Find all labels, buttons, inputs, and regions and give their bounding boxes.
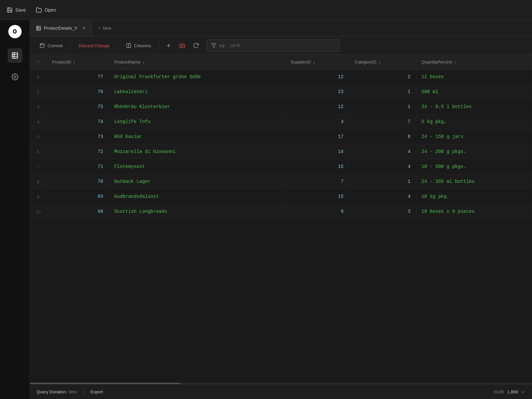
- cell-categoryid[interactable]: 1: [349, 99, 416, 114]
- cell-quantityperunit[interactable]: 24 - 355 ml bottles: [416, 174, 532, 189]
- query-duration-label: Query Duration:: [37, 389, 67, 394]
- cell-categoryid[interactable]: 1: [349, 84, 416, 99]
- tab-product-details[interactable]: ProductDetails_V ×: [30, 20, 92, 36]
- cell-supplierid[interactable]: 14: [285, 144, 349, 159]
- sum-label: SUM:: [494, 389, 505, 394]
- cell-supplierid[interactable]: 12: [285, 99, 349, 114]
- discard-button[interactable]: Discard Change: [74, 41, 114, 51]
- table-container[interactable]: # ProductID ↓ ProductName ↓: [30, 55, 532, 382]
- table-row[interactable]: 1 77 Original Frankfurter grüne Soße 12 …: [30, 69, 532, 84]
- save-button[interactable]: Save: [7, 7, 26, 13]
- export-button[interactable]: Export: [90, 389, 103, 394]
- col-header-productid[interactable]: ProductID ↓: [47, 55, 109, 69]
- cell-productid[interactable]: 73: [47, 129, 109, 144]
- sum-chevron-icon[interactable]: [521, 390, 525, 394]
- cell-productname[interactable]: Gudbrandsdalsost: [109, 189, 285, 204]
- cell-productname[interactable]: Outback Lager: [109, 174, 285, 189]
- filter-input[interactable]: [219, 43, 335, 48]
- cell-rownum: 3: [30, 99, 47, 114]
- horizontal-scrollbar[interactable]: [30, 382, 532, 384]
- cell-productid[interactable]: 74: [47, 114, 109, 129]
- content-area: ProductDetails_V × + New Commit Discard …: [30, 20, 532, 399]
- cell-supplierid[interactable]: 15: [285, 159, 349, 174]
- cell-quantityperunit[interactable]: 24 - 0.5 l bottles: [416, 99, 532, 114]
- cell-categoryid[interactable]: 4: [349, 144, 416, 159]
- table-row[interactable]: 8 70 Outback Lager 7 1 24 - 355 ml bottl…: [30, 174, 532, 189]
- cell-productname[interactable]: Longlife Tofu: [109, 114, 285, 129]
- table-row[interactable]: 2 76 Lakkalikööri 23 1 500 ml: [30, 84, 532, 99]
- cell-supplierid[interactable]: 12: [285, 69, 349, 84]
- filter-area[interactable]: [207, 40, 340, 52]
- open-button[interactable]: Open: [36, 7, 56, 13]
- cell-productname[interactable]: Scottish Longbreads: [109, 204, 285, 219]
- cell-quantityperunit[interactable]: 5 kg pkg.: [416, 114, 532, 129]
- cell-supplierid[interactable]: 15: [285, 189, 349, 204]
- cell-categoryid[interactable]: 7: [349, 114, 416, 129]
- col-header-categoryid[interactable]: CategoryID ↓: [349, 55, 416, 69]
- table-header: # ProductID ↓ ProductName ↓: [30, 55, 532, 69]
- svg-rect-0: [12, 53, 18, 59]
- bottom-left: Query Duration: 0ms Export: [37, 389, 103, 395]
- cell-productname[interactable]: Flotemysost: [109, 159, 285, 174]
- cell-quantityperunit[interactable]: 500 ml: [416, 84, 532, 99]
- cell-productid[interactable]: 68: [47, 204, 109, 219]
- tab-close-button[interactable]: ×: [82, 26, 85, 31]
- table-row[interactable]: 3 75 Rhönbräu Klosterbier 12 1 24 - 0.5 …: [30, 99, 532, 114]
- cell-productid[interactable]: 72: [47, 144, 109, 159]
- refresh-button[interactable]: [190, 40, 202, 52]
- top-bar: Save Open: [0, 0, 532, 20]
- cell-supplierid[interactable]: 17: [285, 129, 349, 144]
- scroll-thumb[interactable]: [30, 383, 181, 384]
- cell-productid[interactable]: 70: [47, 174, 109, 189]
- cell-productid[interactable]: 69: [47, 189, 109, 204]
- col-header-productname[interactable]: ProductName ↓: [109, 55, 285, 69]
- cell-categoryid[interactable]: 3: [349, 204, 416, 219]
- delete-row-button[interactable]: [176, 40, 188, 52]
- cell-productid[interactable]: 75: [47, 99, 109, 114]
- open-icon: [36, 7, 42, 13]
- tab-bar: ProductDetails_V × + New: [30, 20, 532, 37]
- sidebar-item-settings[interactable]: [8, 69, 22, 84]
- cell-productid[interactable]: 71: [47, 159, 109, 174]
- cell-productname[interactable]: Original Frankfurter grüne Soße: [109, 69, 285, 84]
- tab-new-button[interactable]: + New: [92, 20, 117, 36]
- cell-categoryid[interactable]: 8: [349, 129, 416, 144]
- cell-categoryid[interactable]: 2: [349, 69, 416, 84]
- cell-quantityperunit[interactable]: 10 - 500 g pkgs.: [416, 159, 532, 174]
- table-row[interactable]: 5 73 Röd Kaviar 17 8 24 - 150 g jars: [30, 129, 532, 144]
- table-row[interactable]: 4 74 Longlife Tofu 4 7 5 kg pkg.: [30, 114, 532, 129]
- cell-productname[interactable]: Rhönbräu Klosterbier: [109, 99, 285, 114]
- table-row[interactable]: 10 68 Scottish Longbreads 8 3 10 boxes x…: [30, 204, 532, 219]
- cell-quantityperunit[interactable]: 10 boxes x 8 pieces: [416, 204, 532, 219]
- add-row-button[interactable]: [163, 40, 175, 52]
- cell-supplierid[interactable]: 7: [285, 174, 349, 189]
- sidebar-item-table[interactable]: [8, 48, 22, 63]
- save-label: Save: [15, 7, 26, 13]
- col-header-supplierid[interactable]: SupplierID ↓: [285, 55, 349, 69]
- cell-categoryid[interactable]: 4: [349, 189, 416, 204]
- cell-productname[interactable]: Mozzarella di Giovanni: [109, 144, 285, 159]
- commit-icon: [40, 43, 45, 48]
- cell-categoryid[interactable]: 1: [349, 174, 416, 189]
- cell-supplierid[interactable]: 4: [285, 114, 349, 129]
- table-row[interactable]: 9 69 Gudbrandsdalsost 15 4 10 kg pkg.: [30, 189, 532, 204]
- cell-quantityperunit[interactable]: 24 - 150 g jars: [416, 129, 532, 144]
- cell-quantityperunit[interactable]: 10 kg pkg.: [416, 189, 532, 204]
- columns-button[interactable]: Columns: [121, 40, 156, 51]
- bottom-bar: Query Duration: 0ms Export SUM: 1,868: [30, 384, 532, 399]
- cell-quantityperunit[interactable]: 12 boxes: [416, 69, 532, 84]
- cell-productid[interactable]: 76: [47, 84, 109, 99]
- save-icon: [7, 7, 13, 13]
- cell-productname[interactable]: Röd Kaviar: [109, 129, 285, 144]
- col-header-quantityperunit[interactable]: QuantityPerUnit ↓: [416, 55, 532, 69]
- cell-supplierid[interactable]: 23: [285, 84, 349, 99]
- cell-supplierid[interactable]: 8: [285, 204, 349, 219]
- cell-productid[interactable]: 77: [47, 69, 109, 84]
- commit-button[interactable]: Commit: [35, 40, 67, 51]
- cell-productname[interactable]: Lakkalikööri: [109, 84, 285, 99]
- plus-icon: [166, 43, 172, 49]
- table-row[interactable]: 6 72 Mozzarella di Giovanni 14 4 24 - 20…: [30, 144, 532, 159]
- cell-categoryid[interactable]: 4: [349, 159, 416, 174]
- table-row[interactable]: 7 71 Flotemysost 15 4 10 - 500 g pkgs.: [30, 159, 532, 174]
- cell-quantityperunit[interactable]: 24 - 200 g pkgs.: [416, 144, 532, 159]
